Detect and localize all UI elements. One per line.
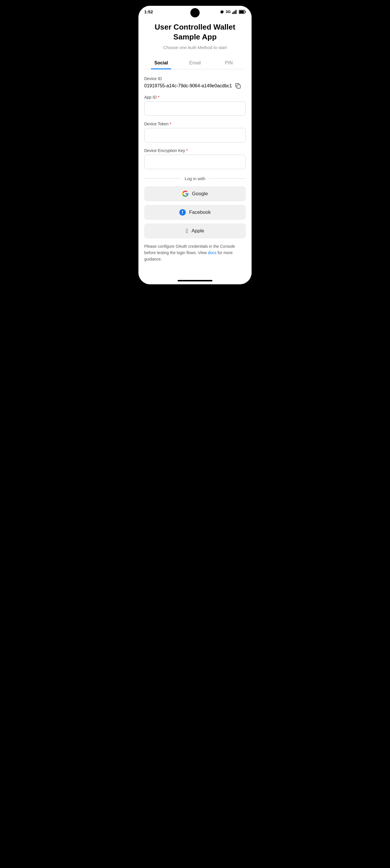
svg-rect-6	[239, 10, 244, 13]
svg-rect-2	[235, 11, 235, 14]
device-encryption-key-required: *	[186, 148, 188, 153]
app-id-input[interactable]	[144, 101, 246, 116]
camera-notch	[190, 8, 200, 18]
divider-line-left	[144, 178, 181, 179]
app-id-group: App ID *	[144, 95, 246, 116]
google-login-button[interactable]: Google	[144, 186, 246, 202]
app-title: User Controlled Wallet Sample App	[144, 22, 246, 42]
device-encryption-key-group: Device Encryption Key *	[144, 148, 246, 169]
login-divider: Log in with	[144, 176, 246, 181]
device-id-label: Device ID	[144, 76, 246, 81]
main-content: User Controlled Wallet Sample App Choose…	[139, 22, 251, 274]
gear-icon	[220, 9, 224, 14]
google-icon	[182, 191, 189, 197]
tab-email[interactable]: Email	[178, 57, 212, 69]
info-text: Please configure OAuth credentials in th…	[144, 243, 246, 262]
device-token-group: Device Token *	[144, 122, 246, 143]
facebook-login-button[interactable]: f Facebook	[144, 205, 246, 220]
apple-login-button[interactable]:  Apple	[144, 223, 246, 239]
google-button-label: Google	[192, 191, 208, 197]
apple-button-label: Apple	[191, 228, 204, 234]
svg-rect-7	[237, 85, 241, 88]
app-subtitle: Choose one Auth Method to start	[144, 45, 246, 50]
copy-icon[interactable]	[235, 83, 241, 89]
device-id-value: 01919755-a14c-79dc-9064-a149e0acdbc1	[144, 83, 246, 89]
svg-rect-0	[232, 12, 233, 14]
battery-icon	[239, 10, 246, 14]
app-id-required: *	[158, 95, 159, 99]
facebook-button-label: Facebook	[189, 210, 211, 215]
signal-icon	[232, 10, 237, 14]
phone-container: 1:52 3G User Controlle	[139, 6, 251, 284]
divider-line-right	[209, 178, 246, 179]
status-time: 1:52	[144, 9, 153, 14]
device-id-text: 01919755-a14c-79dc-9064-a149e0acdbc1	[144, 83, 232, 89]
tab-pin[interactable]: PIN	[212, 57, 246, 69]
device-encryption-key-input[interactable]	[144, 155, 246, 169]
docs-link[interactable]: docs	[208, 250, 216, 255]
device-id-group: Device ID 01919755-a14c-79dc-9064-a149e0…	[144, 76, 246, 89]
apple-icon: 	[186, 228, 188, 234]
svg-rect-5	[245, 11, 246, 13]
facebook-icon: f	[179, 209, 186, 216]
device-encryption-key-label: Device Encryption Key *	[144, 148, 246, 153]
device-token-input[interactable]	[144, 128, 246, 143]
status-icons: 3G	[220, 9, 246, 14]
svg-rect-3	[236, 10, 237, 14]
app-id-label: App ID *	[144, 95, 246, 99]
device-token-required: *	[170, 122, 171, 126]
device-token-label: Device Token *	[144, 122, 246, 126]
tab-bar: Social Email PIN	[144, 57, 246, 69]
svg-rect-1	[233, 11, 234, 14]
home-indicator	[178, 280, 212, 281]
network-label: 3G	[226, 9, 231, 14]
divider-text: Log in with	[185, 176, 205, 181]
tab-social[interactable]: Social	[144, 57, 178, 69]
